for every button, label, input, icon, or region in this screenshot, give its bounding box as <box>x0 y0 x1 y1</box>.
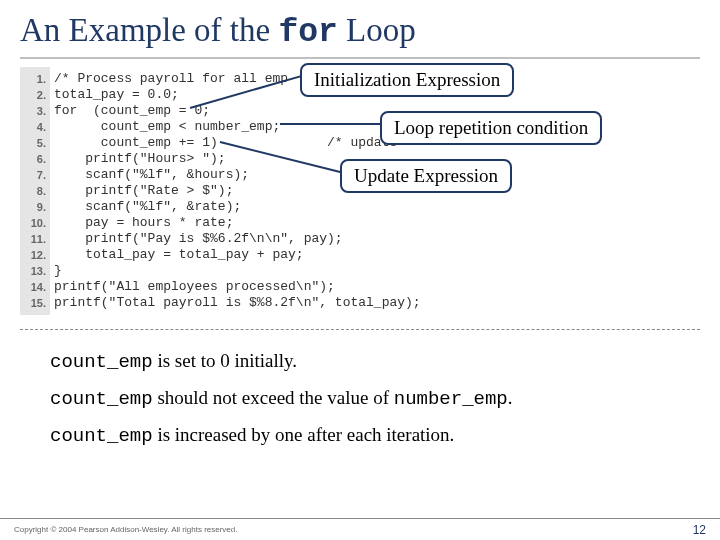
title-pre: An Example of the <box>20 12 278 48</box>
callout-init: Initialization Expression <box>300 63 514 97</box>
note-3: count_emp is increased by one after each… <box>50 424 690 447</box>
title-post: Loop <box>338 12 416 48</box>
note-1: count_emp is set to 0 initially. <box>50 350 690 373</box>
notes-section: count_emp is set to 0 initially. count_e… <box>0 334 720 447</box>
page-number: 12 <box>693 523 706 537</box>
code-area: 1. 2. 3. 4. 5. 6. 7. 8. 9. 10. 11. 12. 1… <box>20 67 700 325</box>
callout-cond-tail <box>280 123 385 125</box>
divider-dashed <box>20 329 700 330</box>
callout-update: Update Expression <box>340 159 512 193</box>
slide-title: An Example of the for Loop <box>0 0 720 55</box>
line-numbers: 1. 2. 3. 4. 5. 6. 7. 8. 9. 10. 11. 12. 1… <box>20 67 50 315</box>
title-code: for <box>278 14 337 51</box>
footer: Copyright © 2004 Pearson Addison-Wesley.… <box>0 518 720 540</box>
title-underline <box>20 57 700 59</box>
note-2: count_emp should not exceed the value of… <box>50 387 690 410</box>
copyright-text: Copyright © 2004 Pearson Addison-Wesley.… <box>14 525 238 534</box>
callout-cond: Loop repetition condition <box>380 111 602 145</box>
